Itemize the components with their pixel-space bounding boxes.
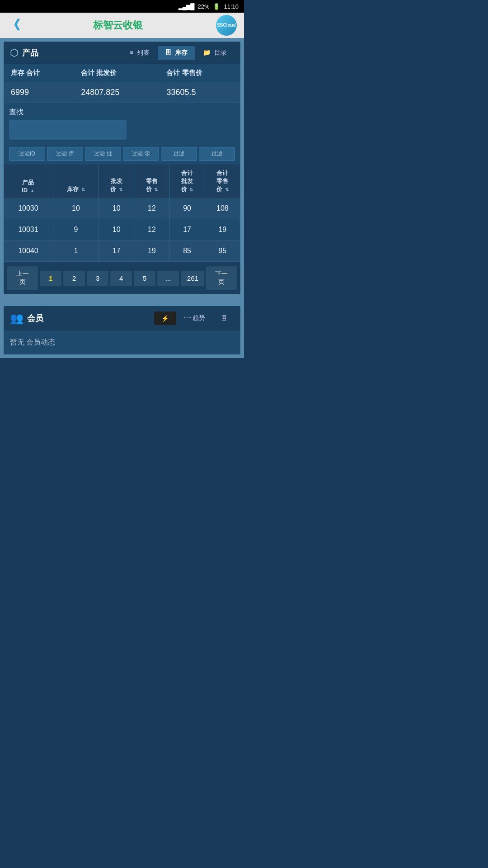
product-panel: ⬡ 产品 ≡ 列表 🗄 库存 📁 目录: [4, 42, 240, 294]
sort-retail: ⇅: [154, 187, 158, 192]
product-icon: ⬡: [10, 47, 19, 59]
signal-icon: ▂▄▆█: [178, 3, 194, 10]
cell-retail: 12: [134, 198, 169, 219]
product-panel-tabs: ≡ 列表 🗄 库存 📁 目录: [122, 46, 234, 60]
filter-row: 过滤ID 过滤 库 过滤 批 过滤 零 过滤 过滤: [4, 143, 240, 165]
cell-productId: 10040: [4, 241, 53, 262]
members-body: 暂无 会员动态: [4, 330, 240, 354]
stock-icon: 🗄: [165, 49, 171, 56]
pagination: 上一页 1 2 3 4 5 ... 261 下一页: [4, 262, 240, 294]
tab-stock[interactable]: 🗄 库存: [158, 46, 195, 60]
members-icon: 👥: [10, 312, 23, 325]
page-2-btn[interactable]: 2: [63, 271, 85, 286]
battery-level: 22%: [197, 3, 209, 10]
catalog-icon: 📁: [203, 49, 211, 56]
search-input[interactable]: [9, 120, 127, 140]
prev-page-btn[interactable]: 上一页: [7, 266, 38, 290]
cell-totalWholesale: 17: [169, 219, 205, 241]
flash-icon: ⚡: [161, 315, 169, 322]
members-title: 会员: [27, 313, 43, 324]
cell-totalWholesale: 90: [169, 198, 205, 219]
member-tab-db[interactable]: 🗄: [213, 311, 234, 325]
trend-icon: 〰: [184, 314, 191, 321]
separator: [4, 299, 240, 306]
battery-icon: 🔋: [213, 3, 220, 10]
col-wholesale[interactable]: 批发价 ⇅: [99, 165, 134, 198]
db-icon: 🗄: [221, 315, 227, 322]
search-label: 查找: [9, 108, 235, 117]
col-stock[interactable]: 库存 ⇅: [53, 165, 99, 198]
summary-col2-header: 合计 批发价: [74, 64, 159, 82]
member-tab-trend[interactable]: 〰 趋势: [177, 311, 212, 325]
no-member-data-text: 暂无 会员动态: [10, 338, 55, 346]
page-3-btn[interactable]: 3: [87, 271, 108, 286]
cell-stock: 10: [53, 198, 99, 219]
members-header: 👥 会员 ⚡ 〰 趋势 🗄: [4, 306, 240, 330]
summary-col3-value: 33605.5: [159, 82, 240, 103]
cell-retail: 19: [134, 241, 169, 262]
col-product-id[interactable]: 产品ID ▲: [4, 165, 53, 198]
summary-col1-header: 库存 合计: [4, 64, 74, 82]
col-total-retail[interactable]: 合计零售价 ⇅: [205, 165, 240, 198]
cell-wholesale: 17: [99, 241, 134, 262]
summary-col1-value: 6999: [4, 82, 74, 103]
members-tabs: ⚡ 〰 趋势 🗄: [154, 311, 234, 325]
filter-id-btn[interactable]: 过滤ID: [9, 147, 45, 161]
cell-productId: 10030: [4, 198, 53, 219]
data-table: 产品ID ▲ 库存 ⇅ 批发价 ⇅ 零售价 ⇅: [4, 165, 240, 262]
filter-6-btn[interactable]: 过滤: [199, 147, 235, 161]
sort-product-id: ▲: [30, 188, 35, 193]
cell-wholesale: 10: [99, 198, 134, 219]
summary-col3-header: 合计 零售价: [159, 64, 240, 82]
sort-wholesale: ⇅: [119, 187, 122, 192]
filter-wholesale-btn[interactable]: 过滤 批: [85, 147, 121, 161]
page-5-btn[interactable]: 5: [134, 271, 155, 286]
members-panel: 👥 会员 ⚡ 〰 趋势 🗄 暂无 会员动态: [4, 306, 240, 354]
cell-wholesale: 10: [99, 219, 134, 241]
cell-totalRetail: 108: [205, 198, 240, 219]
col-retail[interactable]: 零售价 ⇅: [134, 165, 169, 198]
cell-stock: 9: [53, 219, 99, 241]
table-row[interactable]: 10031910121719: [4, 219, 240, 241]
cloud-button[interactable]: SSCloud: [216, 15, 237, 36]
summary-col2-value: 24807.825: [74, 82, 159, 103]
tab-catalog[interactable]: 📁 目录: [196, 46, 234, 60]
filter-stock-btn[interactable]: 过滤 库: [47, 147, 83, 161]
cell-retail: 12: [134, 219, 169, 241]
filter-5-btn[interactable]: 过滤: [161, 147, 197, 161]
page-last-btn[interactable]: 261: [181, 271, 204, 286]
sort-total-wholesale: ⇅: [189, 187, 193, 192]
cell-productId: 10031: [4, 219, 53, 241]
summary-table: 库存 合计 合计 批发价 合计 零售价 6999 24807.825 33605…: [4, 64, 240, 103]
page-ellipsis-btn: ...: [157, 271, 179, 286]
status-bar: ▂▄▆█ 22% 🔋 11:10: [0, 0, 244, 13]
app-title: 标智云收银: [93, 19, 143, 32]
member-tab-flash[interactable]: ⚡: [154, 311, 176, 325]
next-page-btn[interactable]: 下一页: [206, 266, 237, 290]
col-total-wholesale[interactable]: 合计批发价 ⇅: [169, 165, 205, 198]
time-display: 11:10: [224, 3, 239, 10]
sort-stock: ⇅: [81, 187, 85, 192]
cell-stock: 1: [53, 241, 99, 262]
page-4-btn[interactable]: 4: [110, 271, 132, 286]
tab-list[interactable]: ≡ 列表: [122, 46, 157, 60]
table-row[interactable]: 1003010101290108: [4, 198, 240, 219]
product-panel-header: ⬡ 产品 ≡ 列表 🗄 库存 📁 目录: [4, 42, 240, 64]
search-section: 查找: [4, 103, 240, 143]
sort-total-retail: ⇅: [225, 187, 229, 192]
filter-retail-btn[interactable]: 过滤 零: [123, 147, 159, 161]
cell-totalRetail: 95: [205, 241, 240, 262]
cell-totalWholesale: 85: [169, 241, 205, 262]
app-header: 《 标智云收银 SSCloud: [0, 13, 244, 38]
table-row[interactable]: 10040117198595: [4, 241, 240, 262]
list-icon: ≡: [130, 49, 133, 56]
back-button[interactable]: 《: [7, 19, 20, 32]
main-content: ⬡ 产品 ≡ 列表 🗄 库存 📁 目录: [0, 38, 244, 358]
product-panel-title: 产品: [22, 47, 38, 58]
page-1-btn[interactable]: 1: [40, 271, 61, 286]
cell-totalRetail: 19: [205, 219, 240, 241]
